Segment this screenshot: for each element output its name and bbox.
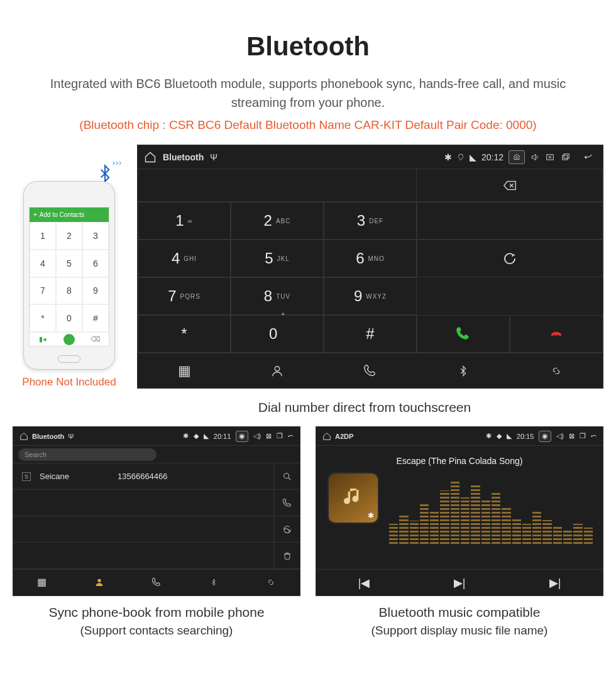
key-5[interactable]: 5JKL bbox=[231, 240, 324, 277]
music-panel: A2DP ✱ ◆ ◣ 20:15 ◉ ◁) ⊠ ❐ ⤺ Escape (The … bbox=[316, 426, 603, 596]
contacts-caption: Sync phone-book from mobile phone bbox=[13, 605, 300, 620]
screenshot-icon[interactable]: ◉ bbox=[236, 431, 248, 442]
key-0[interactable]: 0+ bbox=[231, 315, 324, 353]
svg-point-5 bbox=[283, 473, 289, 478]
key-2[interactable]: 2ABC bbox=[231, 202, 324, 240]
tab-keypad[interactable]: ▦ bbox=[138, 353, 231, 388]
play-pause-button[interactable]: ▶| bbox=[412, 570, 507, 595]
tab-calllog[interactable] bbox=[324, 353, 417, 388]
visualizer bbox=[389, 477, 593, 544]
svg-rect-2 bbox=[563, 155, 568, 160]
contacts-sub-caption: (Support contacts searching) bbox=[13, 624, 300, 638]
phone-header-text: Add to Contacts bbox=[40, 211, 84, 218]
status-app-name: Bluetooth bbox=[32, 433, 64, 440]
tab-bluetooth[interactable] bbox=[417, 353, 510, 388]
volume-icon[interactable]: ◁) bbox=[556, 432, 564, 440]
track-title: Escape (The Pina Colada Song) bbox=[397, 456, 523, 466]
wifi-icon: ◣ bbox=[507, 432, 512, 440]
status-time: 20:12 bbox=[481, 152, 503, 162]
side-search-button[interactable] bbox=[273, 463, 300, 490]
usb-icon: Ψ bbox=[210, 152, 217, 162]
svg-point-6 bbox=[97, 578, 101, 582]
usb-icon: Ψ bbox=[68, 433, 74, 440]
tab-contacts[interactable] bbox=[70, 570, 128, 594]
tab-contacts[interactable] bbox=[231, 353, 324, 388]
table-row bbox=[13, 543, 273, 569]
dialer-caption: Dial number direct from touchscreen bbox=[119, 400, 610, 415]
wifi-icon: ◣ bbox=[204, 432, 209, 440]
key-star[interactable]: * bbox=[138, 315, 231, 353]
phone-note: Phone Not Included bbox=[13, 376, 126, 389]
add-icon: + bbox=[33, 211, 37, 218]
location-icon bbox=[457, 153, 465, 162]
status-app-name: A2DP bbox=[335, 433, 353, 440]
key-3[interactable]: 3DEF bbox=[324, 202, 417, 240]
contact-badge: S bbox=[22, 472, 31, 481]
tab-bluetooth[interactable] bbox=[185, 570, 243, 594]
key-1[interactable]: 1∞ bbox=[138, 202, 231, 240]
tab-calllog[interactable] bbox=[128, 570, 185, 594]
hangup-button[interactable] bbox=[510, 315, 603, 353]
back-icon[interactable]: ⤺ bbox=[591, 432, 597, 440]
table-row bbox=[13, 490, 273, 516]
backspace-button[interactable] bbox=[417, 169, 603, 201]
video-icon: ▮◂ bbox=[30, 333, 56, 346]
tab-pair[interactable] bbox=[243, 570, 300, 594]
screenshot-icon[interactable] bbox=[509, 150, 525, 164]
close-screen-icon[interactable] bbox=[545, 153, 555, 162]
phone-keypad: 123 456 789 *0# bbox=[30, 222, 109, 332]
next-button[interactable]: ▶| bbox=[507, 570, 603, 595]
tab-pair[interactable] bbox=[510, 353, 603, 388]
call-icon bbox=[63, 334, 75, 345]
home-icon[interactable] bbox=[144, 151, 157, 163]
status-time: 20:11 bbox=[214, 433, 231, 440]
recent-apps-icon[interactable] bbox=[560, 153, 571, 162]
recent-apps-icon[interactable]: ❐ bbox=[580, 432, 586, 440]
volume-icon[interactable]: ◁) bbox=[253, 432, 261, 440]
phone-mockup: ››› + Add to Contacts 123 456 789 *0# ▮◂ bbox=[13, 175, 126, 389]
bluetooth-status-icon: ✱ bbox=[486, 432, 492, 440]
recent-apps-icon[interactable]: ❐ bbox=[277, 432, 283, 440]
album-art: ✱ bbox=[329, 473, 378, 523]
bluetooth-status-icon: ✱ bbox=[444, 152, 452, 162]
phone-app-header: + Add to Contacts bbox=[30, 207, 109, 222]
svg-point-4 bbox=[275, 366, 279, 370]
contact-name: Seicane bbox=[40, 472, 109, 481]
redial-button[interactable] bbox=[417, 240, 603, 277]
close-screen-icon[interactable]: ⊠ bbox=[266, 432, 272, 440]
call-button[interactable] bbox=[417, 315, 510, 353]
key-7[interactable]: 7PQRS bbox=[138, 277, 231, 315]
key-6[interactable]: 6MNO bbox=[324, 240, 417, 277]
key-9[interactable]: 9WXYZ bbox=[324, 277, 417, 315]
contact-number: 13566664466 bbox=[118, 472, 168, 481]
prev-button[interactable]: |◀ bbox=[316, 570, 412, 595]
key-hash[interactable]: # bbox=[324, 315, 417, 353]
contacts-panel: Bluetooth Ψ ✱ ◆ ◣ 20:11 ◉ ◁) ⊠ ❐ ⤺ Searc… bbox=[13, 426, 300, 596]
side-call-button[interactable] bbox=[273, 490, 300, 516]
screenshot-icon[interactable]: ◉ bbox=[539, 431, 551, 442]
status-bar: Bluetooth Ψ ✱ ◣ 20:12 bbox=[138, 145, 603, 169]
page-title: Bluetooth bbox=[6, 31, 610, 62]
home-icon[interactable] bbox=[322, 432, 331, 441]
volume-icon[interactable] bbox=[530, 153, 540, 162]
empty-key bbox=[417, 202, 603, 240]
search-input[interactable]: Search bbox=[18, 448, 157, 461]
location-icon: ◆ bbox=[194, 432, 199, 440]
home-button bbox=[58, 355, 80, 363]
home-icon[interactable] bbox=[19, 432, 28, 441]
back-icon[interactable]: ⤺ bbox=[288, 432, 294, 440]
bluetooth-status-icon: ✱ bbox=[183, 432, 189, 440]
backspace-icon: ⌫ bbox=[82, 333, 109, 346]
tab-keypad[interactable]: ▦ bbox=[13, 570, 70, 594]
key-8[interactable]: 8TUV bbox=[231, 277, 324, 315]
table-row bbox=[13, 516, 273, 543]
side-sync-button[interactable] bbox=[273, 516, 300, 543]
key-4[interactable]: 4GHI bbox=[138, 240, 231, 277]
close-screen-icon[interactable]: ⊠ bbox=[569, 432, 575, 440]
spec-line: (Bluetooth chip : CSR BC6 Default Blueto… bbox=[6, 118, 610, 132]
table-row[interactable]: S Seicane 13566664466 bbox=[13, 463, 273, 490]
music-sub-caption: (Support display music file name) bbox=[316, 624, 603, 638]
side-delete-button[interactable] bbox=[273, 543, 300, 569]
back-icon[interactable] bbox=[580, 152, 597, 162]
location-icon: ◆ bbox=[497, 432, 502, 440]
